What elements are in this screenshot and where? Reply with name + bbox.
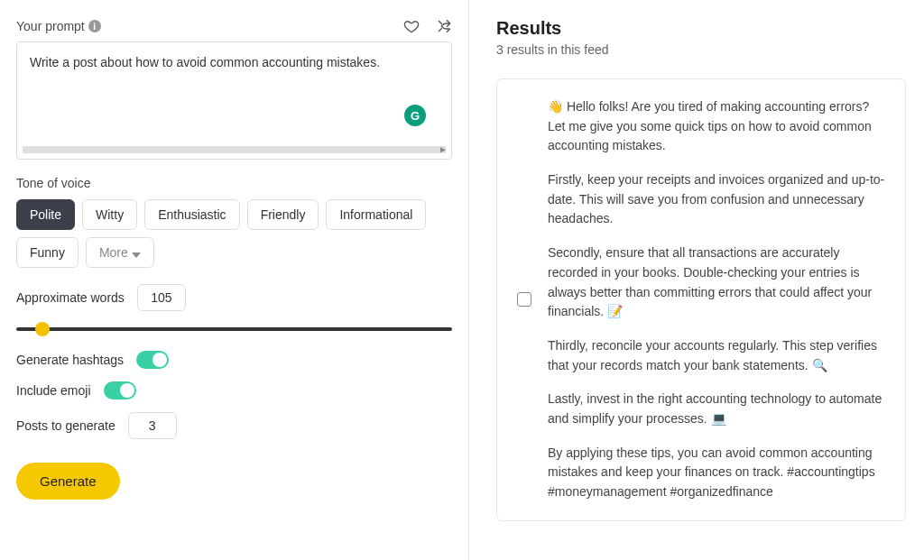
posts-label: Posts to generate (16, 418, 116, 433)
generate-button[interactable]: Generate (16, 463, 120, 500)
tone-polite[interactable]: Polite (16, 199, 75, 230)
result-paragraph: By applying these tips, you can avoid co… (548, 444, 885, 502)
posts-row: Posts to generate (16, 412, 452, 439)
tone-options: PoliteWittyEnthusiasticFriendlyInformati… (16, 199, 452, 268)
tone-witty[interactable]: Witty (82, 199, 137, 230)
prompt-actions (403, 18, 452, 34)
emoji-row: Include emoji (16, 381, 452, 399)
prompt-label-row: Your prompt i (16, 19, 101, 33)
words-slider[interactable] (16, 327, 452, 331)
result-paragraph: 👋 Hello folks! Are you tired of making a… (548, 97, 885, 156)
grammar-badge-icon[interactable]: G (404, 105, 426, 126)
tone-informational[interactable]: Informational (326, 199, 426, 230)
tone-enthusiastic[interactable]: Enthusiastic (144, 199, 239, 230)
textarea-scrollbar[interactable]: ◄ ► (23, 146, 446, 153)
results-panel: Results 3 results in this feed 👋 Hello f… (469, 0, 924, 560)
hashtags-toggle[interactable] (136, 351, 169, 369)
tone-funny[interactable]: Funny (16, 237, 79, 268)
result-checkbox[interactable] (517, 292, 531, 307)
emoji-label: Include emoji (16, 383, 91, 398)
words-row: Approximate words (16, 284, 452, 311)
result-paragraph: Thirdly, reconcile your accounts regular… (548, 336, 885, 375)
heart-icon[interactable] (403, 18, 420, 34)
chevron-down-icon (132, 248, 141, 257)
tone-label: Tone of voice (16, 176, 452, 190)
hashtags-row: Generate hashtags (16, 351, 452, 369)
tone-friendly[interactable]: Friendly (247, 199, 319, 230)
result-paragraph: Secondly, ensure that all transactions a… (548, 243, 885, 322)
scroll-right-icon[interactable]: ► (439, 144, 448, 154)
form-panel: Your prompt i G ◄ ► Tone of voice Polite… (0, 0, 469, 560)
emoji-toggle[interactable] (104, 381, 136, 399)
result-card: 👋 Hello folks! Are you tired of making a… (496, 78, 906, 521)
scroll-thumb[interactable] (23, 146, 446, 153)
shuffle-icon[interactable] (436, 18, 452, 34)
tone-more-dropdown[interactable]: More (86, 237, 154, 268)
info-icon[interactable]: i (88, 20, 101, 32)
words-label: Approximate words (16, 290, 125, 305)
result-paragraph: Lastly, invest in the right accounting t… (548, 390, 885, 428)
tone-more-label: More (99, 245, 128, 260)
prompt-label: Your prompt (16, 19, 85, 33)
result-text: 👋 Hello folks! Are you tired of making a… (548, 97, 885, 502)
results-title: Results (496, 18, 906, 39)
posts-input[interactable] (128, 412, 177, 439)
prompt-header: Your prompt i (16, 18, 452, 34)
results-subtitle: 3 results in this feed (496, 42, 906, 57)
result-paragraph: Firstly, keep your receipts and invoices… (548, 170, 885, 229)
hashtags-label: Generate hashtags (16, 353, 124, 367)
prompt-input[interactable] (19, 44, 449, 143)
prompt-input-wrap: G ◄ ► (16, 41, 452, 160)
results-list: 👋 Hello folks! Are you tired of making a… (496, 78, 906, 521)
words-input[interactable] (137, 284, 186, 311)
words-slider-thumb[interactable] (35, 322, 50, 336)
